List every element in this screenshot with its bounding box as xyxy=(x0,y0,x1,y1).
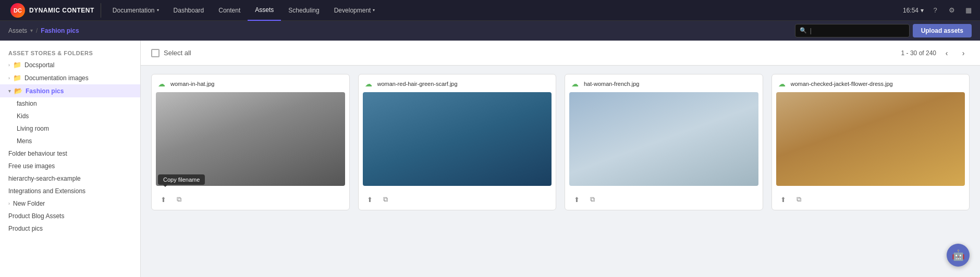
asset-filename: hat-woman-french.jpg xyxy=(584,81,756,87)
help-icon[interactable]: ? xyxy=(928,3,942,18)
nav-content[interactable]: Content xyxy=(211,0,248,21)
cloud-icon: ☁ xyxy=(365,80,373,88)
toolbar: Select all 1 - 30 of 240 ‹ › xyxy=(141,41,980,66)
cloud-icon: ☁ xyxy=(571,80,580,88)
asset-card: ☁ woman-in-hat.jpg Copy filename ⬆ ⧉ xyxy=(151,74,350,210)
sidebar-item-mens[interactable]: Mens xyxy=(0,135,140,147)
copy-icon[interactable]: ⧉ xyxy=(379,193,392,206)
asset-card: ☁ woman-red-hair-green-scarf.jpg ⬆ ⧉ xyxy=(358,74,557,210)
chatbot-icon: 🤖 xyxy=(952,249,965,261)
sidebar: Asset stores & folders › 📁 Docsportal › … xyxy=(0,41,141,277)
chevron-right-icon: › xyxy=(8,62,10,68)
copy-icon[interactable]: ⧉ xyxy=(793,193,805,206)
sidebar-item-docsportal[interactable]: › 📁 Docsportal xyxy=(0,58,140,71)
chevron-down-icon: ▾ xyxy=(373,8,375,12)
folder-icon: 📁 xyxy=(13,74,21,82)
pagination: 1 - 30 of 240 ‹ › xyxy=(901,47,970,59)
nav-items: Documentation ▾ Dashboard Content Assets… xyxy=(105,0,903,21)
asset-card: ☁ woman-checked-jacket-fllower-dress.jpg… xyxy=(771,74,970,210)
sidebar-item-fashion[interactable]: fashion xyxy=(0,97,140,110)
copy-icon[interactable]: ⧉ xyxy=(586,193,598,206)
cloud-icon: ☁ xyxy=(778,80,787,88)
sidebar-section-title: Asset stores & folders xyxy=(0,47,140,58)
select-all-checkbox[interactable] xyxy=(151,49,160,57)
sidebar-item-fashion-pics[interactable]: ▾ 📂 Fashion pics xyxy=(0,84,140,97)
search-icon: 🔍 xyxy=(800,27,807,34)
select-all-control[interactable]: Select all xyxy=(151,49,191,57)
asset-card-header: ☁ woman-checked-jacket-fllower-dress.jpg xyxy=(772,74,970,92)
upload-assets-button[interactable]: Upload assets xyxy=(913,24,972,37)
chatbot-button[interactable]: 🤖 xyxy=(947,244,970,267)
sidebar-item-product-pics[interactable]: Product pics xyxy=(0,222,140,235)
sidebar-item-living-room[interactable]: Living room xyxy=(0,122,140,135)
subheader: Assets ▾ / Fashion pics 🔍 Upload assets xyxy=(0,21,980,41)
chevron-down-icon: ▾ xyxy=(157,8,159,12)
asset-card-header: ☁ woman-red-hair-green-scarf.jpg xyxy=(359,74,556,92)
chevron-down-icon: ▾ xyxy=(8,89,11,94)
upload-icon[interactable]: ⬆ xyxy=(157,193,169,206)
upload-icon[interactable]: ⬆ xyxy=(777,193,790,206)
asset-image[interactable] xyxy=(363,92,552,186)
copy-filename-tooltip: Copy filename xyxy=(158,174,205,185)
asset-card-header: ☁ hat-woman-french.jpg xyxy=(565,74,763,92)
asset-filename: woman-in-hat.jpg xyxy=(170,81,343,87)
folder-open-icon: 📂 xyxy=(14,87,22,95)
asset-card-footer: ⬆ ⧉ xyxy=(772,190,970,210)
nav-scheduling[interactable]: Scheduling xyxy=(281,0,326,21)
upload-icon[interactable]: ⬆ xyxy=(364,193,376,206)
asset-filename: woman-checked-jacket-fllower-dress.jpg xyxy=(791,81,963,87)
nav-action-icons: ? ⚙ ▦ xyxy=(928,3,976,18)
chevron-down-icon: ▾ xyxy=(921,7,924,14)
asset-card: ☁ hat-woman-french.jpg ⬆ ⧉ xyxy=(565,74,763,210)
brand-logo-area: DC DYNAMIC CONTENT xyxy=(4,3,101,18)
pagination-next-button[interactable]: › xyxy=(957,47,970,59)
brand-name: DYNAMIC CONTENT xyxy=(29,7,94,14)
top-navigation: DC DYNAMIC CONTENT Documentation ▾ Dashb… xyxy=(0,0,980,21)
nav-documentation[interactable]: Documentation ▾ xyxy=(105,0,166,21)
breadcrumb-current: Fashion pics xyxy=(41,27,79,34)
sidebar-item-kids[interactable]: Kids xyxy=(0,110,140,122)
nav-dashboard[interactable]: Dashboard xyxy=(166,0,212,21)
chevron-right-icon: › xyxy=(8,75,10,81)
breadcrumb-assets-link[interactable]: Assets xyxy=(8,27,27,34)
sidebar-item-hierarchy-search[interactable]: hierarchy-search-example xyxy=(0,172,140,185)
cloud-icon: ☁ xyxy=(158,80,166,88)
search-box: 🔍 xyxy=(795,24,910,37)
chevron-right-icon: › xyxy=(8,201,10,206)
sidebar-item-folder-behaviour[interactable]: Folder behaviour test xyxy=(0,147,140,160)
search-input[interactable] xyxy=(810,27,893,34)
pagination-prev-button[interactable]: ‹ xyxy=(940,47,953,59)
asset-grid: ☁ woman-in-hat.jpg Copy filename ⬆ ⧉ ☁ w… xyxy=(141,66,980,277)
content-area: Select all 1 - 30 of 240 ‹ › ☁ woman-in-… xyxy=(141,41,980,277)
folder-icon: 📁 xyxy=(13,61,21,69)
asset-card-footer: ⬆ ⧉ xyxy=(565,190,763,210)
pagination-text: 1 - 30 of 240 xyxy=(901,49,936,57)
asset-filename: woman-red-hair-green-scarf.jpg xyxy=(377,81,550,87)
brand-icon: DC xyxy=(10,3,25,18)
sidebar-item-free-use[interactable]: Free use images xyxy=(0,160,140,172)
sidebar-item-new-folder[interactable]: › New Folder xyxy=(0,197,140,210)
nav-development[interactable]: Development ▾ xyxy=(327,0,383,21)
breadcrumb-chevron-icon: ▾ xyxy=(30,28,33,33)
settings-icon[interactable]: ⚙ xyxy=(945,3,959,18)
asset-card-footer: ⬆ ⧉ xyxy=(152,190,349,210)
nav-assets[interactable]: Assets xyxy=(248,0,281,21)
sidebar-item-product-blog-assets[interactable]: Product Blog Assets xyxy=(0,210,140,222)
asset-card-footer: ⬆ ⧉ xyxy=(359,190,556,210)
breadcrumb: Assets ▾ / Fashion pics xyxy=(8,27,792,34)
copy-icon[interactable]: ⧉ xyxy=(173,193,185,206)
asset-image[interactable] xyxy=(156,92,345,186)
select-all-label: Select all xyxy=(164,49,191,57)
upload-icon[interactable]: ⬆ xyxy=(570,193,583,206)
asset-image[interactable] xyxy=(776,92,965,186)
grid-icon[interactable]: ▦ xyxy=(961,3,976,18)
asset-card-header: ☁ woman-in-hat.jpg xyxy=(152,74,349,92)
current-time: 16:54 ▾ xyxy=(903,7,924,14)
asset-image[interactable] xyxy=(569,92,758,186)
sidebar-item-documentation-images[interactable]: › 📁 Documentation images xyxy=(0,71,140,84)
sidebar-item-integrations[interactable]: Integrations and Extensions xyxy=(0,185,140,197)
main-layout: Asset stores & folders › 📁 Docsportal › … xyxy=(0,41,980,277)
